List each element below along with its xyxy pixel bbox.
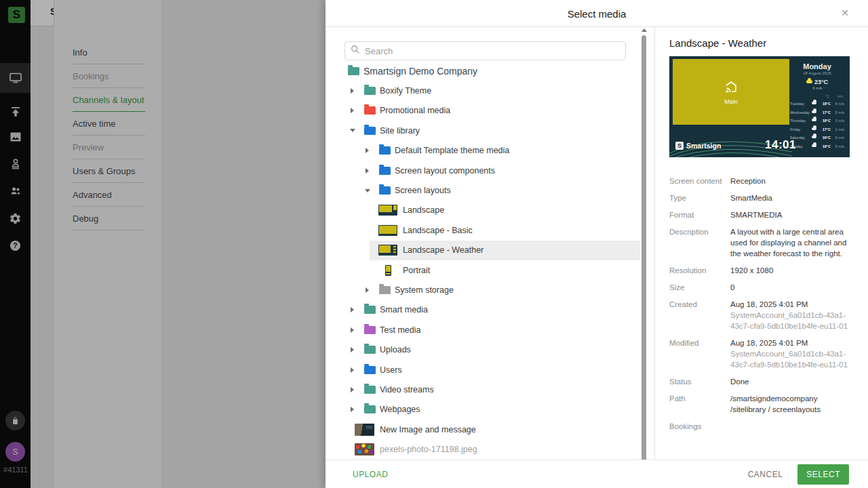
tree-item-label: Landscape - Basic (403, 226, 473, 235)
metadata-label: Modified (669, 338, 730, 370)
upload-button[interactable]: UPLOAD (353, 470, 388, 479)
tree-item-label: System storage (395, 285, 454, 295)
media-preview-image: Main Monday 18 August 2025 23°C 3 m/s °C… (669, 56, 850, 157)
media-metadata: Screen contentReceptionTypeSmartMediaFor… (669, 176, 850, 432)
tree-item-label: Smart media (380, 305, 428, 314)
metadata-label: Created (669, 299, 730, 331)
metadata-row-resolution: Resolution1920 x 1080 (669, 265, 850, 276)
chevron-right-icon[interactable] (366, 287, 369, 293)
tree-item-boxify-theme[interactable]: Boxify Theme (326, 81, 640, 100)
search-input[interactable] (365, 46, 620, 56)
chevron-right-icon[interactable] (366, 148, 369, 153)
dialog-header: Select media ✕ (326, 0, 868, 27)
tree-item-label: Boxify Theme (380, 86, 431, 96)
tree-item-screen-layout-components[interactable]: Screen layout components (326, 161, 640, 180)
channel-area: Main (673, 59, 789, 125)
chevron-right-icon[interactable] (351, 347, 354, 352)
metadata-value: SmartMedia (730, 192, 850, 203)
chevron-right-icon[interactable] (351, 327, 354, 333)
metadata-row-status: StatusDone (669, 376, 850, 387)
smartsign-watermark: S Smartsign (675, 142, 721, 150)
folder-icon (379, 167, 391, 175)
folder-icon (348, 67, 359, 75)
cloud-icon (812, 102, 816, 104)
folder-icon (364, 386, 376, 394)
weather-day: Monday (790, 62, 844, 70)
tree-item-users[interactable]: Users (326, 360, 640, 380)
tree-item-label: Smartsign Demo Company (363, 66, 477, 77)
chevron-down-icon[interactable] (365, 189, 370, 192)
metadata-row-path: Path/smartsigndemocompany /sitelibrary /… (669, 393, 850, 415)
tree-item-new-image-and-message[interactable]: New Image and message (326, 420, 640, 439)
folder-icon (379, 146, 391, 155)
folder-icon (364, 405, 376, 413)
scroll-up-icon[interactable] (642, 28, 647, 32)
chevron-right-icon[interactable] (351, 367, 354, 373)
chevron-right-icon[interactable] (351, 387, 354, 392)
tree-item-label: Landscape (403, 205, 444, 215)
tree-item-test-media[interactable]: Test media (326, 320, 640, 340)
cloud-icon (812, 127, 816, 130)
tree-item-promotional-media[interactable]: Promotional media (326, 101, 640, 121)
tree-item-portrait[interactable]: Portrait (326, 260, 640, 280)
cloud-icon (812, 144, 816, 147)
forecast-row: Wednesday17°C5 m/s (790, 108, 844, 117)
tree-item-pexels-photo-171198-jpeg[interactable]: pexels-photo-171198.jpeg (326, 439, 640, 459)
select-button[interactable]: SELECT (797, 464, 849, 485)
tree-item-label: Users (380, 365, 402, 375)
tree-item-system-storage[interactable]: System storage (326, 280, 640, 300)
chevron-down-icon[interactable] (350, 129, 355, 132)
tree-item-label: Uploads (380, 345, 411, 354)
metadata-value: SMARTMEDIA (730, 209, 850, 220)
folder-icon (364, 306, 376, 314)
metadata-value: Aug 18, 2025 4:01 PMSystemAccount_6a01d1… (730, 338, 850, 370)
metadata-value: 0 (730, 282, 850, 293)
tree-item-landscape[interactable]: Landscape (326, 201, 640, 220)
metadata-row-type: TypeSmartMedia (669, 192, 850, 203)
forecast-table: Tuesday18°C6 m/sWednesday17°C5 m/sThursd… (790, 100, 844, 150)
metadata-row-bookings: Bookings (669, 421, 850, 432)
metadata-label: Format (669, 209, 730, 220)
metadata-row-description: DescriptionA layout with a large central… (669, 226, 850, 259)
tree-item-label: Default Template theme media (395, 146, 509, 155)
tree-item-site-library[interactable]: Site library (326, 121, 640, 140)
tree-item-webpages[interactable]: Webpages (326, 400, 640, 420)
media-thumbnail (378, 245, 397, 256)
media-thumbnail (355, 443, 374, 455)
tree-item-label: Portrait (403, 266, 430, 275)
media-tree-panel: Smartsign Demo CompanyBoxify ThemePromot… (326, 27, 650, 460)
tree-scrollbar[interactable] (641, 28, 648, 460)
tree-item-label: Promotional media (380, 106, 450, 115)
metadata-label: Bookings (669, 421, 730, 432)
folder-icon (364, 346, 376, 354)
tree-item-default-template-theme-media[interactable]: Default Template theme media (326, 141, 640, 161)
folder-icon (364, 127, 376, 135)
media-thumbnail (378, 205, 397, 216)
tree-item-uploads[interactable]: Uploads (326, 340, 640, 359)
close-icon[interactable]: ✕ (841, 7, 849, 18)
forecast-row: Tuesday18°C6 m/s (790, 100, 844, 108)
tree-item-landscape-basic[interactable]: Landscape - Basic (326, 220, 640, 240)
chevron-right-icon[interactable] (366, 168, 369, 174)
smartsign-logo-square: S (675, 142, 684, 150)
metadata-label: Description (669, 226, 730, 259)
tree-item-smart-media[interactable]: Smart media (326, 300, 640, 320)
weather-wind: 3 m/s (790, 86, 844, 90)
chevron-right-icon[interactable] (351, 108, 354, 113)
forecast-header-cell: m/s (837, 94, 843, 98)
scrollbar-thumb[interactable] (642, 35, 646, 460)
tree-item-video-streams[interactable]: Video streams (326, 380, 640, 399)
metadata-row-modified: ModifiedAug 18, 2025 4:01 PMSystemAccoun… (669, 338, 850, 370)
search-box (344, 41, 626, 60)
clock: 14:01 (765, 138, 796, 152)
metadata-row-size: Size0 (669, 282, 850, 293)
tree-root-smartsign-demo-company[interactable]: Smartsign Demo Company (326, 61, 640, 81)
cancel-button[interactable]: CANCEL (748, 470, 783, 479)
tree-item-landscape-weather[interactable]: Landscape - Weather (326, 241, 640, 260)
chevron-right-icon[interactable] (351, 88, 354, 94)
tree-item-screen-layouts[interactable]: Screen layouts (326, 180, 640, 200)
forecast-row: Saturday16°C6 m/s (790, 134, 844, 142)
forecast-row: Sunday18°C5 m/s (790, 142, 844, 151)
chevron-right-icon[interactable] (351, 407, 354, 412)
chevron-right-icon[interactable] (351, 307, 354, 312)
